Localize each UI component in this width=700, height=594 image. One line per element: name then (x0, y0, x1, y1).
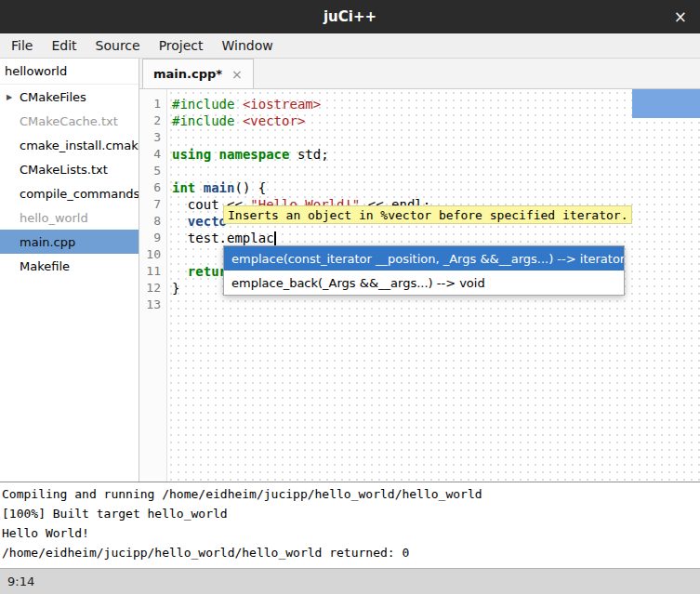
tab-close-icon[interactable]: × (231, 67, 243, 82)
sidebar-item-cmakefiles[interactable]: ▶CMakeFiles (0, 85, 139, 109)
file-name: CMakeFiles (20, 90, 86, 104)
tab-main-cpp[interactable]: main.cpp* × (142, 59, 254, 88)
menubar: FileEditSourceProjectWindow (0, 33, 700, 59)
code-line-13[interactable] (172, 297, 700, 313)
line-number: 13 (139, 297, 161, 313)
output-line: Compiling and running /home/eidheim/juci… (2, 484, 698, 504)
output-panel[interactable]: Compiling and running /home/eidheim/juci… (0, 482, 700, 568)
line-number: 5 (139, 163, 161, 179)
menu-window[interactable]: Window (213, 33, 283, 58)
line-number: 11 (139, 263, 161, 280)
sidebar-item-main-cpp[interactable]: main.cpp (0, 230, 139, 254)
line-number: 4 (139, 146, 161, 163)
output-line: /home/eidheim/jucipp/hello_world/hello_w… (2, 543, 698, 562)
sidebar-item-cmakelists-txt[interactable]: CMakeLists.txt (0, 157, 139, 181)
line-number: 6 (139, 179, 161, 196)
code-line-1[interactable]: #include <iostream> (172, 96, 700, 112)
code-line-2[interactable]: #include <vector> (172, 112, 700, 129)
titlebar: juCi++ × (0, 0, 700, 33)
file-name: hello_world (20, 211, 88, 225)
jucipp-window: juCi++ × FileEditSourceProjectWindow hel… (0, 0, 700, 594)
menu-source[interactable]: Source (86, 33, 150, 58)
file-name: cmake_install.cmake (20, 139, 139, 152)
completion-item[interactable]: emplace(const_iterator __position, _Args… (224, 246, 624, 271)
line-number: 1 (139, 96, 161, 112)
expander-icon[interactable]: ▶ (7, 93, 12, 101)
window-title: juCi++ (324, 8, 376, 25)
text-cursor (274, 231, 276, 245)
sidebar-item-cmakecache-txt[interactable]: CMakeCache.txt (0, 109, 139, 133)
tab-label: main.cpp* (153, 67, 222, 81)
menu-file[interactable]: File (2, 33, 42, 58)
code-line-6[interactable]: int main() { (172, 179, 700, 196)
file-name: Makefile (20, 259, 70, 273)
menu-edit[interactable]: Edit (42, 33, 86, 58)
sidebar-item-helloworld[interactable]: helloworld (0, 59, 139, 85)
file-name: CMakeCache.txt (20, 114, 118, 128)
line-number: 12 (139, 280, 161, 297)
line-number: 7 (139, 196, 161, 213)
line-number-gutter: 12345678910111213 (139, 89, 167, 482)
line-number: 3 (139, 129, 161, 146)
output-line: Hello World! (2, 523, 698, 543)
scrollbar-thumb[interactable] (632, 89, 700, 118)
sidebar-item-hello-world[interactable]: hello_world (0, 205, 139, 230)
tabbar: main.cpp* × (139, 59, 700, 89)
code-line-4[interactable]: using namespace std; (172, 146, 700, 163)
file-name: compile_commands. (20, 187, 139, 201)
code-line-3[interactable] (172, 129, 700, 146)
statusbar: 9:14 (0, 568, 700, 594)
line-number: 9 (139, 230, 161, 246)
close-icon[interactable]: × (674, 7, 687, 26)
output-line: [100%] Built target hello_world (2, 504, 698, 523)
completion-popup: emplace(const_iterator __position, _Args… (223, 245, 625, 296)
sidebar-item-cmake-install-cmake[interactable]: cmake_install.cmake (0, 133, 139, 157)
line-number: 10 (139, 246, 161, 263)
completion-item[interactable]: emplace_back(_Args &&__args...) --> void (224, 271, 624, 295)
file-tree: ▶CMakeFilesCMakeCache.txtcmake_install.c… (0, 85, 139, 278)
doc-tooltip: Inserts an object in %vector before spec… (223, 205, 632, 224)
code-line-5[interactable] (172, 163, 700, 179)
menu-project[interactable]: Project (150, 33, 213, 58)
file-name: main.cpp (20, 235, 75, 249)
code-line-9[interactable]: test.emplac (172, 230, 700, 246)
file-name: CMakeLists.txt (20, 163, 108, 177)
cursor-position: 9:14 (7, 574, 34, 588)
line-number: 8 (139, 213, 161, 230)
line-number: 2 (139, 112, 161, 129)
sidebar: helloworld ▶CMakeFilesCMakeCache.txtcmak… (0, 59, 139, 482)
sidebar-item-makefile[interactable]: Makefile (0, 254, 139, 278)
sidebar-item-compile-commands[interactable]: compile_commands. (0, 181, 139, 205)
